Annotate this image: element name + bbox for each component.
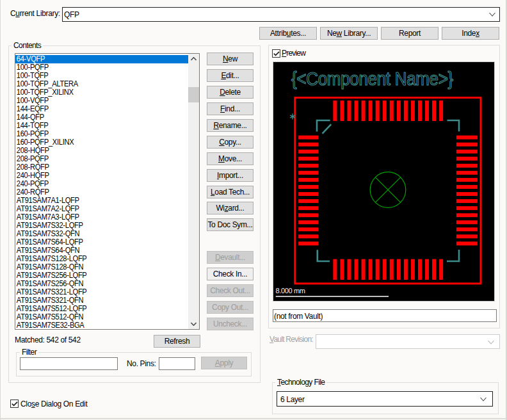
svg-text:{<Component Name>}: {<Component Name>} bbox=[291, 69, 454, 89]
svg-text:8.000 mm: 8.000 mm bbox=[276, 287, 305, 295]
